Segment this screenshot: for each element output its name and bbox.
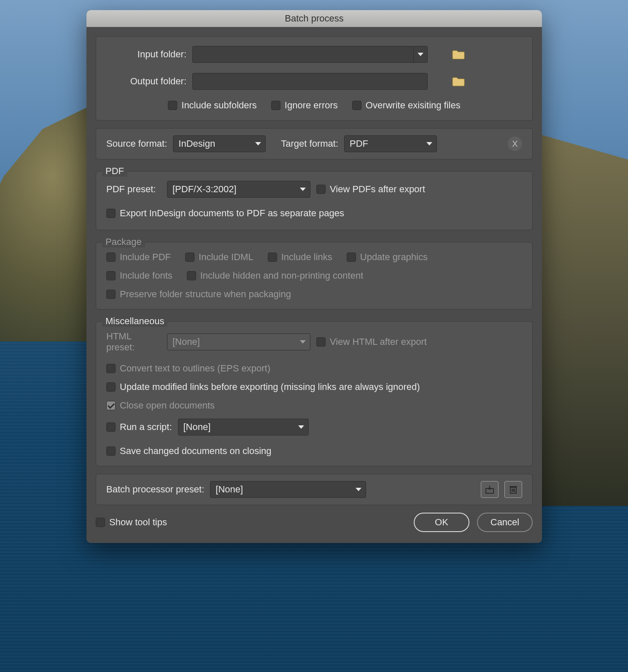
- chevron-down-icon: [356, 488, 361, 491]
- export-separate-pages-checkbox[interactable]: Export InDesign documents to PDF as sepa…: [106, 208, 344, 219]
- package-legend: Package: [102, 237, 145, 247]
- browse-output-folder-icon[interactable]: [452, 76, 465, 86]
- ignore-errors-checkbox[interactable]: Ignore errors: [271, 100, 338, 111]
- run-script-checkbox[interactable]: Run a script:: [106, 422, 172, 433]
- target-format-label: Target format:: [281, 138, 338, 149]
- chevron-down-icon: [300, 340, 306, 344]
- chevron-down-icon: [300, 188, 306, 191]
- input-folder-field[interactable]: [192, 46, 413, 63]
- formats-panel: Source format: InDesign Target format: P…: [96, 128, 533, 159]
- html-preset-dropdown: [None]: [167, 333, 310, 350]
- batch-process-dialog: Batch process Input folder: Output folde…: [86, 10, 542, 543]
- include-idml-checkbox: Include IDML: [185, 252, 253, 263]
- output-folder-label: Output folder:: [106, 76, 186, 87]
- save-icon: [485, 485, 494, 494]
- chevron-down-icon: [298, 425, 304, 429]
- show-tool-tips-checkbox[interactable]: Show tool tips: [96, 517, 167, 528]
- input-folder-dropdown-button[interactable]: [413, 46, 428, 63]
- package-panel: Package Include PDF Include IDML Include…: [96, 242, 533, 309]
- window-title: Batch process: [285, 13, 343, 24]
- close-open-docs-checkbox: Close open documents: [106, 400, 215, 411]
- chevron-down-icon: [426, 142, 432, 145]
- misc-panel: Miscellaneous HTML preset: [None] View H…: [96, 321, 533, 466]
- input-folder-combo[interactable]: [192, 46, 428, 63]
- view-html-checkbox: View HTML after export: [316, 336, 427, 347]
- save-changed-checkbox[interactable]: Save changed documents on closing: [106, 446, 272, 457]
- chevron-down-icon: [255, 142, 261, 145]
- clear-target-button[interactable]: X: [508, 137, 522, 151]
- include-hidden-checkbox: Include hidden and non-printing content: [187, 270, 364, 281]
- pdf-panel: PDF PDF preset: [PDF/X-3:2002] View PDFs…: [96, 171, 533, 230]
- output-folder-field[interactable]: [192, 73, 428, 90]
- folders-panel: Input folder: Output folder: In: [96, 36, 533, 121]
- window-titlebar: Batch process: [86, 10, 542, 27]
- include-subfolders-checkbox[interactable]: Include subfolders: [168, 100, 257, 111]
- delete-preset-button[interactable]: [504, 481, 522, 498]
- preserve-structure-checkbox: Preserve folder structure when packaging: [106, 289, 291, 300]
- pdf-preset-label: PDF preset:: [106, 184, 161, 195]
- include-fonts-checkbox: Include fonts: [106, 270, 172, 281]
- target-format-dropdown[interactable]: PDF: [344, 135, 437, 152]
- source-format-dropdown[interactable]: InDesign: [173, 135, 266, 152]
- batch-preset-dropdown[interactable]: [None]: [210, 481, 366, 498]
- update-graphics-checkbox: Update graphics: [347, 252, 428, 263]
- overwrite-files-checkbox[interactable]: Overwrite exisiting files: [352, 100, 461, 111]
- view-pdfs-checkbox[interactable]: View PDFs after export: [316, 184, 425, 195]
- update-links-checkbox[interactable]: Update modified links before exporting (…: [106, 382, 420, 392]
- cancel-button[interactable]: Cancel: [477, 513, 533, 532]
- convert-outlines-checkbox: Convert text to outlines (EPS export): [106, 363, 270, 374]
- include-pdf-checkbox: Include PDF: [106, 252, 171, 263]
- include-links-checkbox: Include links: [268, 252, 332, 263]
- trash-icon: [509, 485, 517, 494]
- pdf-legend: PDF: [102, 166, 127, 177]
- save-preset-button[interactable]: [481, 481, 499, 498]
- input-folder-label: Input folder:: [106, 49, 186, 60]
- ok-button[interactable]: OK: [414, 513, 469, 532]
- source-format-label: Source format:: [106, 138, 167, 149]
- preset-panel: Batch processor preset: [None]: [96, 474, 533, 505]
- browse-input-folder-icon[interactable]: [452, 49, 465, 59]
- pdf-preset-dropdown[interactable]: [PDF/X-3:2002]: [167, 181, 310, 198]
- run-script-dropdown[interactable]: [None]: [178, 419, 309, 435]
- batch-preset-label: Batch processor preset:: [106, 484, 204, 495]
- misc-legend: Miscellaneous: [102, 316, 167, 327]
- html-preset-label: HTML preset:: [106, 331, 161, 353]
